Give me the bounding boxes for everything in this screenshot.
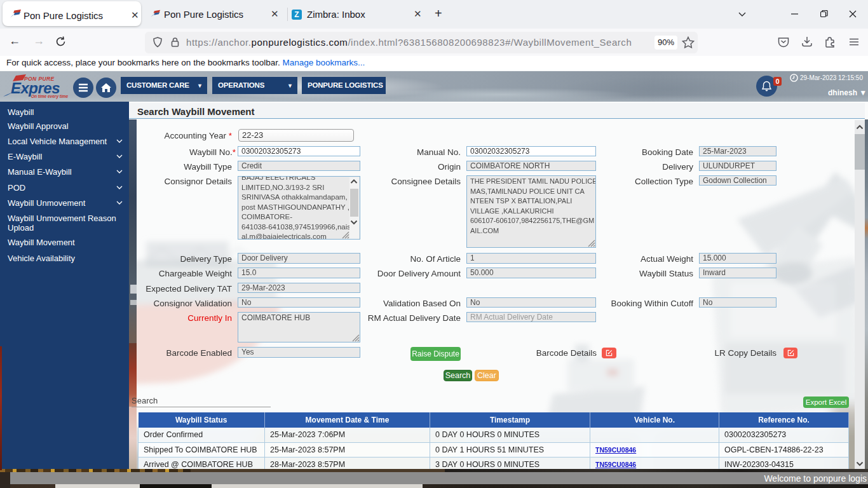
svg-text:On time every time: On time every time [31, 94, 69, 99]
